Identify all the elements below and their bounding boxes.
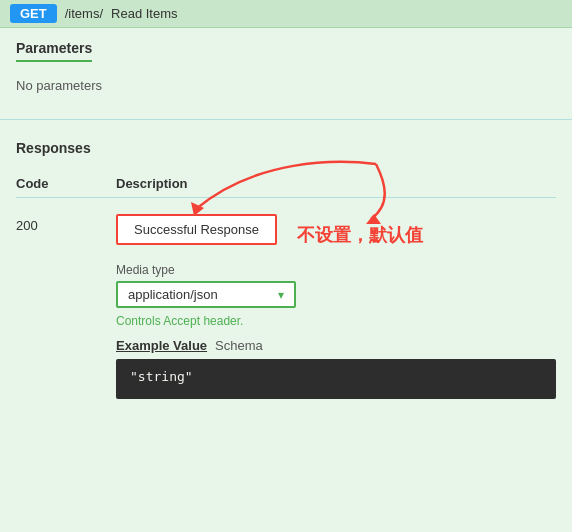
- response-code-200: 200: [16, 214, 76, 233]
- code-example-block: "string": [116, 359, 556, 399]
- response-row-200: 200 Successful Response 不设置，默认值 Media ty…: [16, 208, 556, 405]
- annotation-text: 不设置，默认值: [297, 223, 423, 247]
- responses-title: Responses: [16, 140, 556, 156]
- response-description-row: Successful Response 不设置，默认值: [116, 214, 556, 255]
- tab-example-value[interactable]: Example Value: [116, 338, 207, 353]
- chevron-down-icon: ▾: [278, 288, 284, 302]
- media-type-label: Media type: [116, 263, 556, 277]
- media-type-select[interactable]: application/json ▾: [116, 281, 296, 308]
- endpoint-header: GET /items/ Read Items: [0, 0, 572, 28]
- successful-response-box: Successful Response: [116, 214, 277, 245]
- endpoint-path: /items/: [65, 6, 103, 21]
- media-type-value: application/json: [128, 287, 218, 302]
- col-code-header: Code: [16, 176, 76, 191]
- annotation-container: Successful Response 不设置，默认值: [116, 214, 556, 255]
- section-divider: [0, 119, 572, 120]
- endpoint-title: Read Items: [111, 6, 177, 21]
- response-body-200: Successful Response 不设置，默认值 Media type a…: [116, 214, 556, 399]
- method-badge: GET: [10, 4, 57, 23]
- response-table-header: Code Description: [16, 170, 556, 198]
- parameters-section: Parameters No parameters: [0, 28, 572, 111]
- controls-accept-header-text: Controls Accept header.: [116, 314, 556, 328]
- no-params-text: No parameters: [16, 72, 556, 99]
- example-schema-tabs[interactable]: Example Value Schema: [116, 338, 556, 353]
- col-description-header: Description: [116, 176, 188, 191]
- responses-section: Responses Code Description 200 Successfu…: [0, 128, 572, 417]
- tab-schema[interactable]: Schema: [215, 338, 263, 353]
- parameters-title: Parameters: [16, 40, 92, 62]
